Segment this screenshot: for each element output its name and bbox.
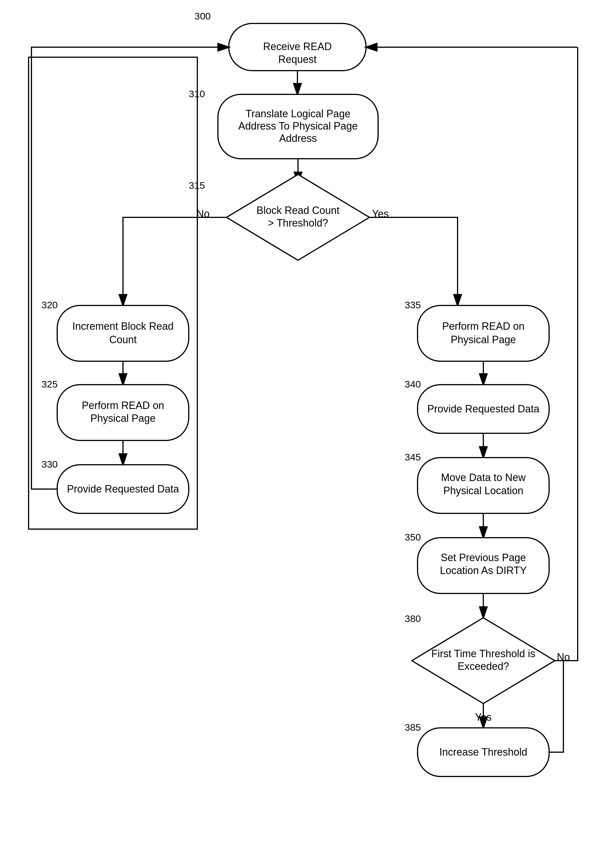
text-330a: Provide Requested Data [67, 483, 179, 495]
label-325: 325 [42, 379, 58, 390]
text-decision-315b: > Threshold? [268, 217, 328, 229]
text-decision-315a: Block Read Count [257, 205, 339, 216]
text-receive-read-request2: Request [278, 54, 317, 65]
label-340: 340 [405, 379, 421, 390]
line-380-no-back [555, 47, 578, 661]
text-325b: Physical Page [90, 412, 155, 424]
text-385a: Increase Threshold [439, 746, 527, 758]
arrow-315-no-320 [123, 217, 227, 305]
line-385-back [549, 661, 564, 752]
node-320 [57, 305, 189, 361]
text-decision-380a: First Time Threshold is [431, 648, 535, 659]
label-350: 350 [405, 532, 421, 542]
left-branch-border [28, 57, 197, 529]
text-350a: Set Previous Page [441, 552, 526, 563]
label-335: 335 [405, 299, 421, 310]
text-320b: Count [109, 334, 137, 345]
arrow-315-yes-335 [369, 217, 457, 305]
label-385: 385 [405, 722, 421, 733]
label-345: 345 [405, 451, 421, 462]
text-receive-read-request: Receive READ [263, 40, 332, 52]
label-380: 380 [405, 613, 421, 624]
text-345a: Move Data to New [441, 472, 526, 483]
text-translate1: Translate Logical Page [246, 108, 351, 120]
label-330: 330 [42, 459, 58, 470]
text-335b: Physical Page [451, 334, 516, 345]
label-320: 320 [42, 299, 58, 310]
node-335 [417, 305, 549, 361]
text-335a: Perform READ on [442, 320, 525, 332]
text-translate2: Address To Physical Page [238, 120, 358, 132]
text-325a: Perform READ on [82, 400, 164, 411]
text-translate3: Address [279, 132, 317, 144]
text-decision-380b: Exceeded? [457, 660, 509, 672]
text-350b: Location As DIRTY [440, 565, 527, 576]
text-320a: Increment Block Read [72, 320, 173, 332]
label-300: 300 [194, 10, 211, 21]
text-340a: Provide Requested Data [427, 403, 540, 415]
text-345b: Physical Location [443, 485, 523, 496]
